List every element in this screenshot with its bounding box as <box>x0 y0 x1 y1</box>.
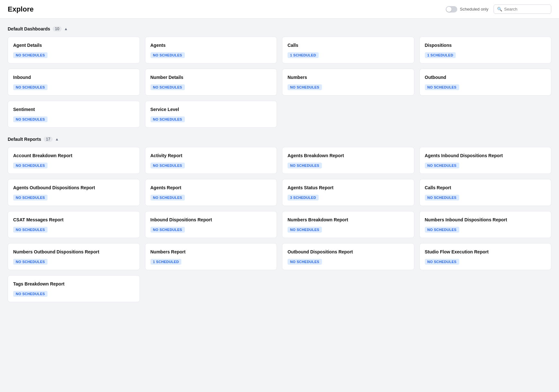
list-item[interactable]: Calls1 SCHEDULED <box>282 37 414 64</box>
status-badge: NO SCHEDULES <box>288 259 322 265</box>
card-title: CSAT Messages Report <box>13 217 134 222</box>
status-badge: NO SCHEDULES <box>288 227 322 233</box>
list-item[interactable]: Outbound Dispositions ReportNO SCHEDULES <box>282 243 414 270</box>
status-badge: NO SCHEDULES <box>425 259 459 265</box>
card-title: Outbound <box>425 75 546 80</box>
list-item[interactable]: Number DetailsNO SCHEDULES <box>145 69 277 96</box>
status-badge: 1 SCHEDULED <box>288 52 319 58</box>
list-item[interactable]: SentimentNO SCHEDULES <box>8 101 140 128</box>
status-badge: NO SCHEDULES <box>288 84 322 90</box>
card-title: Numbers Outbound Dispositions Report <box>13 249 134 254</box>
list-item[interactable]: Calls ReportNO SCHEDULES <box>419 179 552 206</box>
list-item[interactable]: Numbers Outbound Dispositions ReportNO S… <box>8 243 140 270</box>
card-title: Agents <box>150 43 272 48</box>
card-title: Agents Breakdown Report <box>288 153 409 158</box>
card-title: Calls <box>288 43 409 48</box>
toggle-text: Scheduled only <box>460 7 488 12</box>
card-title: Outbound Dispositions Report <box>288 249 409 254</box>
status-badge: NO SCHEDULES <box>425 163 459 168</box>
list-item[interactable]: Agents Inbound Dispositions ReportNO SCH… <box>419 147 552 174</box>
main-content: Default Dashboards10▲Agent DetailsNO SCH… <box>0 19 559 319</box>
card-title: Agents Status Report <box>288 185 409 190</box>
list-item[interactable]: Account Breakdown ReportNO SCHEDULES <box>8 147 140 174</box>
card-title: Activity Report <box>150 153 272 158</box>
section-default-reports: Default Reports17▲Account Breakdown Repo… <box>8 137 551 302</box>
search-icon: 🔍 <box>497 7 502 12</box>
status-badge: NO SCHEDULES <box>425 195 459 200</box>
list-item[interactable]: Agents Breakdown ReportNO SCHEDULES <box>282 147 414 174</box>
toggle-track[interactable] <box>446 6 457 13</box>
status-badge: NO SCHEDULES <box>150 163 185 168</box>
list-item[interactable]: Inbound Dispositions ReportNO SCHEDULES <box>145 211 277 238</box>
card-title: Numbers <box>288 75 409 80</box>
list-item[interactable]: Numbers Breakdown ReportNO SCHEDULES <box>282 211 414 238</box>
status-badge: NO SCHEDULES <box>425 84 459 90</box>
list-item[interactable]: Agent DetailsNO SCHEDULES <box>8 37 140 64</box>
scheduled-only-toggle-label[interactable]: Scheduled only <box>446 6 488 13</box>
list-item[interactable]: CSAT Messages ReportNO SCHEDULES <box>8 211 140 238</box>
card-title: Numbers Report <box>150 249 272 254</box>
list-item[interactable]: Studio Flow Execution ReportNO SCHEDULES <box>419 243 552 270</box>
status-badge: NO SCHEDULES <box>13 259 47 265</box>
search-input[interactable] <box>504 7 548 12</box>
card-title: Inbound Dispositions Report <box>150 217 272 222</box>
card-title: Calls Report <box>425 185 546 190</box>
section-title-default-dashboards: Default Dashboards <box>8 26 50 31</box>
list-item[interactable]: Agents Status Report3 SCHEDULED <box>282 179 414 206</box>
list-item[interactable]: OutboundNO SCHEDULES <box>419 69 552 96</box>
list-item[interactable]: AgentsNO SCHEDULES <box>145 37 277 64</box>
list-item[interactable]: Activity ReportNO SCHEDULES <box>145 147 277 174</box>
list-item[interactable]: Agents Outbound Dispositions ReportNO SC… <box>8 179 140 206</box>
chevron-up-icon[interactable]: ▲ <box>64 27 68 31</box>
cards-grid-default-reports: Account Breakdown ReportNO SCHEDULESActi… <box>8 147 551 302</box>
status-badge: NO SCHEDULES <box>13 116 47 122</box>
section-default-dashboards: Default Dashboards10▲Agent DetailsNO SCH… <box>8 26 551 128</box>
list-item[interactable]: InboundNO SCHEDULES <box>8 69 140 96</box>
list-item[interactable]: Numbers Inbound Dispositions ReportNO SC… <box>419 211 552 238</box>
card-title: Studio Flow Execution Report <box>425 249 546 254</box>
status-badge: NO SCHEDULES <box>13 163 47 168</box>
toggle-thumb <box>446 7 452 12</box>
status-badge: 1 SCHEDULED <box>425 52 456 58</box>
section-title-default-reports: Default Reports <box>8 137 41 142</box>
list-item[interactable]: Tags Breakdown ReportNO SCHEDULES <box>8 275 140 302</box>
list-item[interactable]: Dispositions1 SCHEDULED <box>419 37 552 64</box>
status-badge: NO SCHEDULES <box>150 195 185 200</box>
card-title: Agents Report <box>150 185 272 190</box>
card-title: Account Breakdown Report <box>13 153 134 158</box>
card-title: Service Level <box>150 107 272 112</box>
section-header-default-reports: Default Reports17▲ <box>8 137 551 142</box>
card-title: Number Details <box>150 75 272 80</box>
status-badge: NO SCHEDULES <box>13 52 47 58</box>
status-badge: NO SCHEDULES <box>13 84 47 90</box>
status-badge: NO SCHEDULES <box>13 195 47 200</box>
list-item[interactable]: Numbers Report1 SCHEDULED <box>145 243 277 270</box>
card-title: Agent Details <box>13 43 134 48</box>
list-item[interactable]: Service LevelNO SCHEDULES <box>145 101 277 128</box>
list-item[interactable]: NumbersNO SCHEDULES <box>282 69 414 96</box>
card-title: Numbers Inbound Dispositions Report <box>425 217 546 222</box>
section-header-default-dashboards: Default Dashboards10▲ <box>8 26 551 31</box>
card-title: Tags Breakdown Report <box>13 281 134 286</box>
card-title: Dispositions <box>425 43 546 48</box>
status-badge: NO SCHEDULES <box>425 227 459 233</box>
status-badge: NO SCHEDULES <box>13 291 47 297</box>
card-title: Agents Outbound Dispositions Report <box>13 185 134 190</box>
card-title: Inbound <box>13 75 134 80</box>
status-badge: NO SCHEDULES <box>150 52 185 58</box>
chevron-up-icon[interactable]: ▲ <box>55 137 59 141</box>
status-badge: NO SCHEDULES <box>150 116 185 122</box>
status-badge: NO SCHEDULES <box>150 84 185 90</box>
status-badge: NO SCHEDULES <box>150 227 185 233</box>
status-badge: 3 SCHEDULED <box>288 195 319 200</box>
page-title: Explore <box>8 5 34 13</box>
section-count-default-dashboards: 10 <box>53 26 61 31</box>
status-badge: 1 SCHEDULED <box>150 259 182 265</box>
status-badge: NO SCHEDULES <box>288 163 322 168</box>
header-right: Scheduled only 🔍 <box>446 4 551 14</box>
search-box[interactable]: 🔍 <box>494 4 551 14</box>
section-count-default-reports: 17 <box>44 137 52 142</box>
card-title: Numbers Breakdown Report <box>288 217 409 222</box>
list-item[interactable]: Agents ReportNO SCHEDULES <box>145 179 277 206</box>
card-title: Agents Inbound Dispositions Report <box>425 153 546 158</box>
